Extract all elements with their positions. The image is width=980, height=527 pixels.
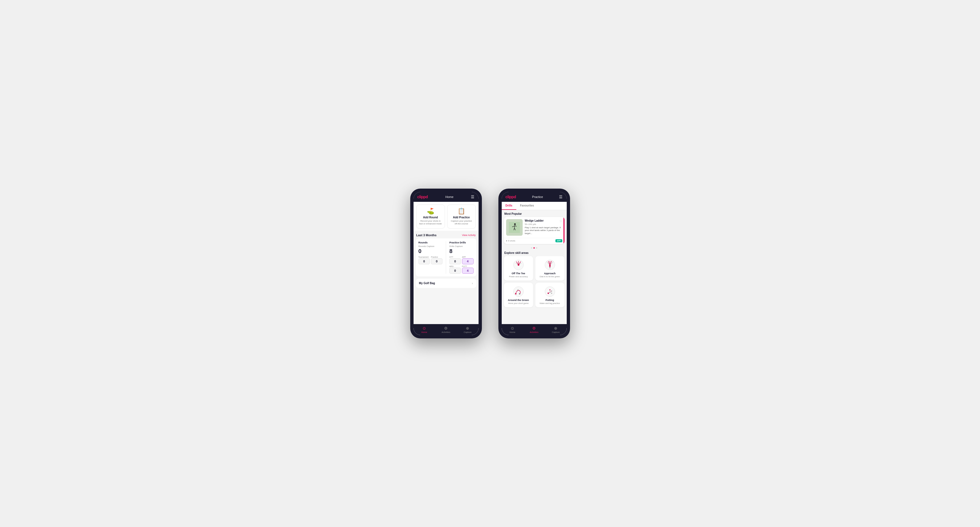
off-the-tee-sub: Power and accuracy (509, 275, 528, 278)
putt-value: 4 (462, 268, 474, 274)
add-practice-icon: 📋 (458, 208, 465, 215)
add-round-desc: Record your shots in fast or enhanced mo… (419, 220, 442, 225)
shots-label: ● 9 shots (506, 240, 515, 242)
skill-around-the-green[interactable]: Around the Green Hone your short game (504, 283, 533, 307)
ott-cell: OTT 0 (449, 256, 461, 264)
add-round-card[interactable]: ⛳ Add Round Record your shots in fast or… (416, 205, 445, 229)
featured-drill-card[interactable]: Wedge Ladder ☆ 50–100 yds Play 1 shot at… (504, 217, 565, 244)
drill-range: 50–100 yds (525, 223, 562, 225)
off-the-tee-icon (512, 259, 525, 271)
view-activity-link[interactable]: View Activity (462, 234, 476, 237)
menu-icon-practice[interactable]: ☰ (559, 195, 563, 199)
svg-point-1 (514, 223, 516, 225)
nav-home-practice[interactable]: ⊙ Home (502, 324, 523, 335)
home-icon: ⊙ (423, 326, 426, 330)
tab-favourites[interactable]: Favourites (516, 202, 538, 210)
putting-title: Putting (546, 299, 554, 302)
add-practice-card[interactable]: 📋 Add Practice Capture your practice off… (447, 205, 476, 229)
nav-activities-label-p: Activities (530, 331, 539, 333)
svg-point-21 (549, 267, 550, 268)
app-logo-practice: clippd (506, 195, 516, 199)
capture-icon: ⊕ (466, 326, 469, 330)
add-practice-title: Add Practice (453, 216, 470, 219)
carousel-dots (502, 246, 567, 250)
dot-1[interactable] (531, 247, 532, 249)
nav-home[interactable]: ⊙ Home (414, 324, 435, 335)
page-title-home: Home (445, 195, 453, 198)
around-the-green-title: Around the Green (508, 299, 529, 302)
menu-icon[interactable]: ☰ (471, 195, 474, 199)
nav-activities-practice[interactable]: ⚙ Activities (523, 324, 545, 335)
most-popular-label: Most Popular (502, 210, 567, 217)
bottom-nav-home: ⊙ Home ⚙ Activities ⊕ Capture (414, 324, 479, 335)
action-cards-row: ⛳ Add Round Record your shots in fast or… (414, 202, 479, 231)
approach-sub: Dial-in to hit the green (540, 275, 560, 278)
carousel-footer: ● 9 shots APP (504, 238, 565, 244)
nav-capture[interactable]: ⊕ Capture (457, 324, 479, 335)
app-label: APP (462, 256, 474, 258)
ott-value: 0 (449, 258, 461, 264)
around-the-green-icon (512, 286, 525, 298)
putt-cell: PUTT 4 (462, 265, 474, 274)
drills-title: Practice Drills (449, 241, 474, 244)
nav-activities[interactable]: ⚙ Activities (435, 324, 457, 335)
around-the-green-sub: Hone your short game (508, 302, 528, 305)
page-title-practice: Practice (532, 195, 543, 198)
practice-label: Practice (431, 256, 442, 258)
tournament-label: Tournament (418, 256, 430, 258)
tab-drills[interactable]: Drills (502, 202, 516, 210)
tournament-cell: Tournament 0 (418, 256, 430, 264)
nav-capture-label: Capture (464, 331, 471, 333)
putting-sub: Make and lag practice (540, 302, 560, 305)
drill-desc: Play 1 shot at each target yardage. If y… (525, 226, 562, 235)
skill-off-the-tee[interactable]: Off The Tee Power and accuracy (504, 256, 533, 281)
drill-image (506, 219, 523, 236)
dot-2[interactable] (533, 247, 535, 249)
explore-skill-areas-label: Explore skill areas (502, 250, 567, 256)
chevron-right-icon: › (472, 281, 473, 285)
rounds-capture-label: Rounds Capture (418, 245, 443, 248)
off-the-tee-title: Off The Tee (512, 272, 525, 275)
carousel-content: Wedge Ladder ☆ 50–100 yds Play 1 shot at… (504, 217, 565, 238)
svg-point-13 (518, 264, 519, 266)
nav-activities-label: Activities (442, 331, 450, 333)
approach-icon (544, 259, 556, 271)
shots-value: 9 shots (508, 240, 515, 242)
favourite-star-icon[interactable]: ☆ (559, 219, 562, 223)
approach-title: Approach (544, 272, 555, 275)
stats-box: Rounds Rounds Capture 0 Tournament 0 Pra… (416, 238, 476, 276)
last-3-months-label: Last 3 Months (416, 233, 437, 237)
svg-point-25 (517, 289, 519, 290)
circle-icon: ● (506, 240, 508, 242)
nav-capture-practice[interactable]: ⊕ Capture (545, 324, 567, 335)
app-value: 4 (462, 258, 474, 264)
activities-icon: ⚙ (444, 326, 448, 330)
capture-icon-p: ⊕ (554, 326, 557, 330)
nav-home-label-p: Home (509, 331, 515, 333)
skills-grid: Off The Tee Power and accuracy (502, 256, 567, 310)
drill-info: Wedge Ladder ☆ 50–100 yds Play 1 shot at… (525, 219, 562, 236)
skill-putting[interactable]: Putting Make and lag practice (535, 283, 565, 307)
svg-point-23 (515, 293, 516, 295)
bottom-nav-practice: ⊙ Home ⚙ Activities ⊕ Capture (502, 324, 567, 335)
arg-value: 0 (449, 268, 461, 274)
app-logo: clippd (417, 195, 428, 199)
activities-icon-p: ⚙ (532, 326, 536, 330)
drill-title: Wedge Ladder (525, 219, 544, 222)
phone-home: clippd Home ☰ ⛳ Add Round Record your sh… (410, 189, 482, 338)
phone-practice: clippd Practice ☰ Drills Favourites Most… (498, 189, 570, 338)
practice-content: Most Popular (502, 210, 567, 324)
drills-col: Practice Drills Drills Capture 8 OTT 0 A… (449, 241, 474, 274)
golf-bag-row[interactable]: My Golf Bag › (416, 279, 476, 288)
skill-approach[interactable]: Approach Dial-in to hit the green (535, 256, 565, 281)
nav-home-label: Home (421, 331, 427, 333)
app-badge: APP (555, 239, 562, 242)
putt-label: PUTT (462, 265, 474, 267)
practice-value: 0 (431, 258, 442, 264)
app-header-practice: clippd Practice ☰ (502, 192, 567, 202)
tournament-value: 0 (418, 258, 430, 264)
arg-cell: ARG 0 (449, 265, 461, 274)
home-content: ⛳ Add Round Record your shots in fast or… (414, 202, 479, 324)
svg-point-24 (519, 293, 520, 295)
dot-3[interactable] (536, 247, 537, 249)
